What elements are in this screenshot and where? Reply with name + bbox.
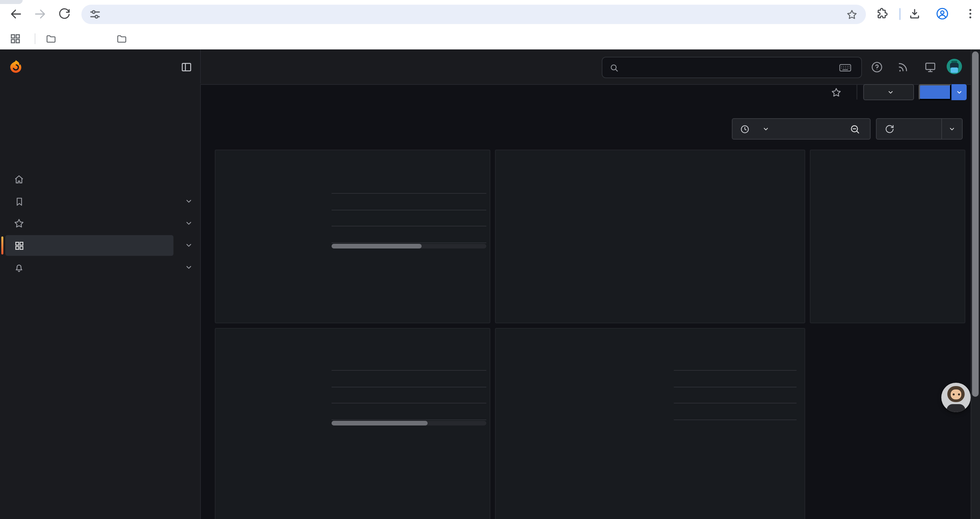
series-color-chip: [332, 410, 341, 413]
sidebar-item-bookmarks[interactable]: [0, 190, 200, 212]
share-button[interactable]: [919, 84, 951, 100]
time-range-picker[interactable]: [732, 118, 840, 140]
sidebar-item-dashboards[interactable]: [0, 235, 200, 257]
news-rss-icon[interactable]: [897, 60, 910, 73]
grafana-header: [0, 50, 980, 85]
dashboards-grid-icon: [13, 240, 25, 251]
browser-menu-icon[interactable]: [963, 7, 977, 21]
panel-requests-under-100ms: [495, 328, 805, 519]
legend-row[interactable]: [332, 370, 486, 386]
toolbar-divider: [899, 8, 900, 20]
series-color-chip: [674, 377, 683, 380]
bookmark-folder-blogs[interactable]: [112, 31, 136, 47]
folder-icon: [45, 33, 57, 45]
refresh-icon: [885, 124, 895, 134]
legend-table: [332, 176, 486, 243]
clock-icon: [740, 124, 750, 134]
zoom-out-time-button[interactable]: [839, 118, 870, 140]
sidebar: [0, 84, 201, 519]
browser-forward-button[interactable]: [33, 7, 47, 21]
page-scrollbar-thumb[interactable]: [972, 51, 978, 397]
sidebar-item-starred[interactable]: [0, 212, 200, 235]
series-color-chip: [674, 394, 683, 396]
bell-icon: [13, 262, 25, 273]
search-icon: [609, 62, 619, 72]
active-indicator: [2, 236, 3, 254]
user-avatar[interactable]: [947, 59, 962, 74]
floating-assistant-avatar[interactable]: [941, 383, 970, 412]
chevron-down-icon[interactable]: [184, 262, 194, 272]
browser-reload-button[interactable]: [57, 7, 71, 21]
chevron-down-icon: [886, 88, 895, 96]
share-menu-caret[interactable]: [951, 84, 967, 100]
keyboard-icon: [839, 63, 851, 72]
active-highlight: [5, 235, 173, 256]
refresh-interval-caret[interactable]: [941, 118, 963, 140]
panel-request-per-minute: [495, 150, 805, 323]
downloads-icon[interactable]: [907, 7, 921, 21]
legend-row[interactable]: [332, 193, 486, 209]
legend-scrollbar[interactable]: [332, 244, 486, 249]
grafana-logo-icon[interactable]: [9, 59, 23, 73]
legend-scrollbar[interactable]: [332, 421, 486, 425]
legend-row[interactable]: [674, 370, 797, 386]
legend-table: [674, 353, 797, 420]
legend-row[interactable]: [332, 209, 486, 226]
legend-row[interactable]: [674, 386, 797, 403]
kiosk-monitor-icon[interactable]: [923, 60, 937, 73]
sidebar-item-home[interactable]: [0, 168, 200, 190]
chevron-down-icon[interactable]: [184, 241, 194, 250]
legend-row[interactable]: [332, 226, 486, 242]
sidebar-toggle-icon[interactable]: [180, 60, 193, 73]
breadcrumb: [218, 50, 242, 83]
series-color-chip: [332, 394, 341, 396]
header-brand-section: [0, 50, 201, 83]
refresh-button[interactable]: [876, 118, 942, 140]
browser-toolbar: [0, 0, 980, 28]
extensions-icon[interactable]: [875, 7, 889, 21]
search-shortcut: [839, 63, 854, 72]
chevron-down-icon[interactable]: [184, 219, 194, 228]
apps-grid-icon[interactable]: [10, 33, 21, 45]
series-color-chip: [332, 377, 341, 380]
series-color-chip: [332, 200, 341, 203]
browser-back-button[interactable]: [10, 7, 23, 21]
toolbar-divider: [857, 85, 857, 99]
export-button[interactable]: [863, 84, 914, 100]
help-icon[interactable]: [870, 60, 883, 73]
panel-total-requests-per-minute: [215, 150, 490, 323]
legend-row[interactable]: [674, 403, 797, 419]
bookmarks-divider: [35, 34, 35, 44]
panel-average-response-time: [215, 328, 490, 519]
series-color-chip: [332, 217, 341, 219]
chevron-down-icon[interactable]: [184, 196, 194, 206]
series-color-chip: [674, 410, 683, 413]
bookmark-icon: [13, 196, 25, 207]
search-input[interactable]: [602, 57, 862, 78]
tab-strip-remnant: [0, 0, 23, 4]
site-settings-icon[interactable]: [89, 9, 101, 20]
chart-request-per-minute: [496, 150, 805, 323]
favorite-dashboard-star-icon[interactable]: [830, 87, 842, 98]
chevron-down-icon: [762, 125, 770, 133]
home-icon: [13, 174, 25, 185]
legend-table: [332, 353, 486, 420]
profile-icon[interactable]: [935, 7, 949, 21]
series-color-chip: [505, 303, 514, 305]
legend-row[interactable]: [332, 403, 486, 419]
bookmarks-bar: [0, 28, 980, 50]
bookmark-star-icon[interactable]: [846, 8, 858, 21]
folder-icon: [116, 33, 127, 45]
bookmark-folder-freeleaps[interactable]: [41, 31, 65, 47]
url-bar[interactable]: [81, 5, 866, 24]
series-color-chip: [332, 233, 341, 236]
star-icon: [13, 218, 25, 229]
panel-errors-per-second: [810, 150, 965, 323]
legend-row[interactable]: [332, 386, 486, 403]
sidebar-item-alerting[interactable]: [0, 257, 200, 278]
legend: [505, 303, 535, 305]
